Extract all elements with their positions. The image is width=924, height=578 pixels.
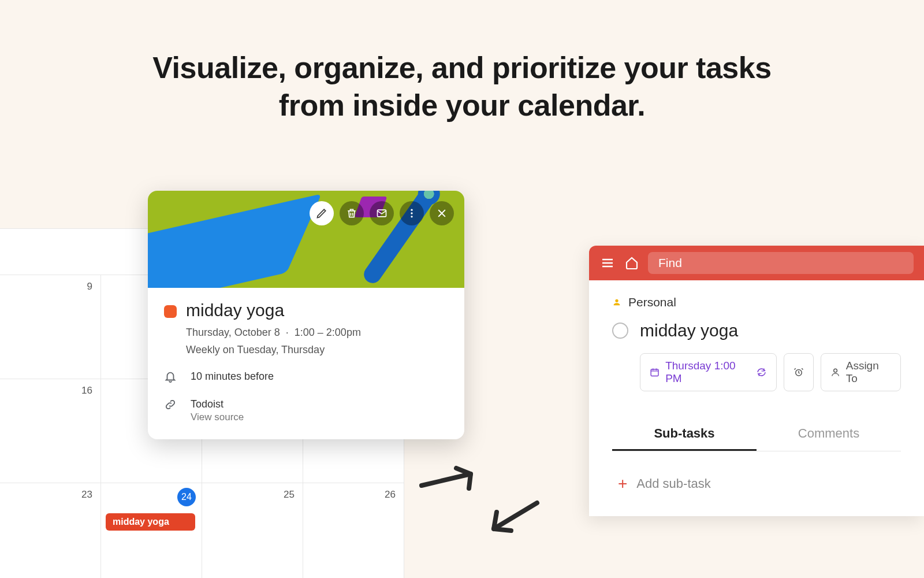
event-datetime: Thursday, October 8 · 1:00 – 2:00pm bbox=[186, 325, 448, 340]
person-icon bbox=[612, 298, 621, 307]
reminder-row: 10 minutes before bbox=[164, 370, 426, 386]
plus-icon: + bbox=[618, 475, 627, 493]
recurring-icon bbox=[757, 367, 766, 377]
due-date-button[interactable]: Thursday 1:00 PM bbox=[640, 353, 777, 391]
task-title-row: midday yoga bbox=[612, 321, 901, 340]
project-breadcrumb[interactable]: Personal bbox=[612, 295, 901, 309]
assign-button[interactable]: Assign To bbox=[821, 353, 901, 391]
close-icon bbox=[436, 208, 448, 219]
find-input[interactable]: Find bbox=[648, 252, 914, 274]
calendar-cell[interactable]: 26 bbox=[303, 483, 404, 578]
event-chip[interactable]: midday yoga bbox=[106, 513, 195, 531]
hero-headline: Visualize, organize, and prioritize your… bbox=[0, 49, 924, 124]
pencil-icon bbox=[316, 208, 327, 219]
find-placeholder: Find bbox=[658, 256, 682, 270]
todoist-panel: Find Personal midday yoga Thursday 1:00 … bbox=[589, 246, 924, 516]
event-hero-image bbox=[148, 191, 464, 288]
task-title: midday yoga bbox=[640, 321, 738, 340]
svg-point-4 bbox=[411, 212, 412, 214]
link-icon bbox=[164, 398, 178, 413]
svg-point-3 bbox=[411, 209, 412, 211]
calendar-cell-today[interactable]: 24 midday yoga bbox=[101, 483, 202, 578]
email-button[interactable] bbox=[370, 201, 394, 225]
menu-button[interactable] bbox=[599, 255, 616, 271]
close-button[interactable] bbox=[430, 201, 454, 225]
task-checkbox[interactable] bbox=[612, 323, 628, 339]
alarm-icon bbox=[793, 367, 804, 377]
hamburger-icon bbox=[601, 256, 614, 270]
bell-icon bbox=[164, 370, 178, 386]
calendar-icon bbox=[650, 367, 660, 377]
event-recurrence: Weekly on Tuesday, Thursday bbox=[186, 342, 448, 358]
svg-rect-6 bbox=[651, 369, 658, 376]
sync-arrows-icon bbox=[416, 462, 549, 538]
event-title: midday yoga bbox=[186, 301, 448, 320]
add-subtask-button[interactable]: + Add sub-task bbox=[589, 451, 924, 516]
home-button[interactable] bbox=[624, 255, 640, 271]
edit-button[interactable] bbox=[310, 201, 334, 225]
user-icon bbox=[830, 367, 840, 377]
svg-point-5 bbox=[411, 216, 412, 217]
task-tabs: Sub-tasks Comments bbox=[612, 426, 901, 451]
event-popover: midday yoga Thursday, October 8 · 1:00 –… bbox=[148, 191, 464, 439]
mail-icon bbox=[376, 208, 388, 219]
svg-point-8 bbox=[833, 369, 837, 372]
view-source-link[interactable]: View source bbox=[191, 412, 244, 423]
reminder-text: 10 minutes before bbox=[191, 370, 274, 383]
calendar-color-swatch bbox=[164, 305, 177, 318]
tab-subtasks[interactable]: Sub-tasks bbox=[612, 426, 757, 451]
headline-line1: Visualize, organize, and prioritize your… bbox=[152, 51, 771, 84]
home-icon bbox=[625, 256, 639, 270]
headline-line2: from inside your calendar. bbox=[279, 88, 645, 122]
todoist-topbar: Find bbox=[589, 246, 924, 280]
calendar-cell[interactable]: 9 bbox=[0, 275, 101, 379]
more-button[interactable] bbox=[400, 201, 424, 225]
source-name: Todoist bbox=[191, 398, 244, 410]
source-row: Todoist View source bbox=[164, 398, 426, 423]
calendar-cell[interactable]: 23 bbox=[0, 483, 101, 578]
more-vertical-icon bbox=[406, 208, 418, 219]
task-attribute-buttons: Thursday 1:00 PM Assign To bbox=[640, 353, 901, 391]
tab-comments[interactable]: Comments bbox=[757, 426, 901, 451]
calendar-cell[interactable]: 25 bbox=[202, 483, 303, 578]
calendar-cell[interactable]: 16 bbox=[0, 379, 101, 483]
delete-button[interactable] bbox=[340, 201, 364, 225]
reminder-button[interactable] bbox=[784, 353, 814, 391]
trash-icon bbox=[346, 208, 357, 219]
event-actions bbox=[310, 201, 454, 225]
